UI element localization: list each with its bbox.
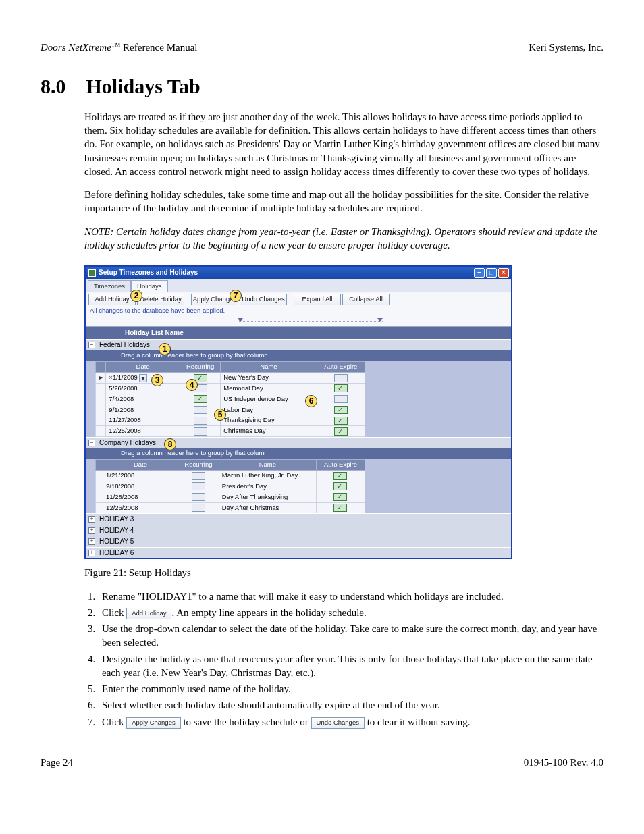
brand-tm: TM	[111, 41, 121, 48]
checkbox-on-icon[interactable]	[333, 493, 347, 501]
col-recurring[interactable]: Recurring	[180, 362, 220, 373]
step-2: Click Add Holiday. An empty line appears…	[98, 606, 603, 619]
checkbox-on-icon[interactable]	[333, 504, 347, 512]
list-name: Federal Holidays	[98, 340, 150, 350]
doc-footer: Page 24 01945-100 Rev. 4.0	[41, 756, 603, 769]
col-name[interactable]: Name	[221, 362, 317, 373]
titlebar[interactable]: Setup Timezones and Holidays – □ ×	[86, 267, 511, 279]
list-header: Holiday List Name	[86, 327, 511, 339]
group-by-hint: Drag a column header here to group by th…	[86, 448, 511, 459]
checkbox-on-icon[interactable]	[333, 482, 347, 490]
list-row-h6[interactable]: +HOLIDAY 6	[86, 547, 511, 558]
list-name: HOLIDAY 5	[98, 537, 134, 546]
doc-revision: 01945-100 Rev. 4.0	[524, 756, 603, 769]
checkbox-off-icon[interactable]	[192, 493, 205, 501]
step-1: Rename "HOLIDAY1" to a name that will ma…	[98, 590, 603, 603]
callout-7: 7	[230, 290, 242, 302]
row-indicator-icon: ▸	[96, 373, 106, 384]
col-date[interactable]: Date	[103, 460, 178, 471]
collapse-icon[interactable]: –	[88, 440, 95, 446]
para-2: Before defining holiday schedules, take …	[84, 188, 603, 215]
brand-name: Doors NetXtreme	[41, 42, 111, 53]
table-row[interactable]: 5/26/2008Memorial Day	[96, 383, 365, 394]
step-5: Enter the commonly used name of the holi…	[98, 682, 603, 696]
toolbar: Add Holiday Delete Holiday Apply Changes…	[86, 292, 511, 305]
table-row[interactable]: 1/21/2008Martin Luther King, Jr. Day	[96, 471, 365, 481]
col-recurring[interactable]: Recurring	[178, 460, 219, 471]
expand-icon[interactable]: +	[88, 538, 95, 545]
callout-4: 4	[186, 379, 198, 391]
table-row[interactable]: 12/26/2008Day After Christmas	[96, 502, 365, 513]
expand-icon[interactable]: +	[88, 516, 95, 523]
list-row-h3[interactable]: +HOLIDAY 3	[86, 513, 511, 525]
page-number: Page 24	[41, 756, 73, 769]
col-auto-expire[interactable]: Auto Expire	[316, 460, 365, 471]
table-row[interactable]: ▸ ×1/1/2009 New Year's Day	[96, 373, 365, 384]
undo-changes-button[interactable]: Undo Changes	[240, 294, 287, 305]
note-para: NOTE: Certain holiday dates change from …	[84, 225, 603, 253]
date-cell[interactable]: ×1/1/2009	[106, 373, 180, 384]
collapse-all-button[interactable]: Collapse All	[342, 294, 390, 305]
grid-area: Holiday List Name – Federal Holidays Dra…	[86, 326, 511, 558]
table-row[interactable]: 12/25/2008Christmas Day	[96, 426, 365, 437]
checkbox-on-icon[interactable]	[194, 395, 207, 403]
checkbox-off-icon[interactable]	[194, 427, 207, 436]
expire-cell[interactable]	[317, 373, 365, 384]
maximize-button[interactable]: □	[486, 268, 497, 278]
expand-icon[interactable]: +	[88, 550, 95, 556]
table-row[interactable]: 9/1/2008Labor Day	[96, 405, 365, 415]
checkbox-on-icon[interactable]	[334, 427, 348, 436]
doc-kind: Reference Manual	[120, 42, 197, 53]
checkbox-off-icon[interactable]	[194, 406, 207, 414]
para-1: Holidays are treated as if they are just…	[84, 110, 603, 178]
status-message: All changes to the database have been ap…	[86, 305, 511, 317]
checkbox-off-icon[interactable]	[194, 417, 207, 425]
list-row-company[interactable]: – Company Holidays	[86, 437, 511, 448]
table-row[interactable]: 11/28/2008Day After Thanksgiving	[96, 492, 365, 502]
col-date[interactable]: Date	[106, 362, 180, 373]
section-title: Holidays Tab	[86, 73, 200, 101]
holiday-table-federal: Date Recurring Name Auto Expire ▸ ×1/1/2…	[95, 361, 365, 437]
checkbox-off-icon[interactable]	[192, 472, 205, 480]
table-row[interactable]: 7/4/2008US Independence Day	[96, 394, 365, 405]
delete-holiday-button[interactable]: Delete Holiday	[137, 294, 184, 305]
checkbox-on-icon[interactable]	[334, 384, 348, 392]
close-button[interactable]: ×	[498, 268, 509, 278]
add-holiday-button[interactable]: Add Holiday	[88, 294, 136, 305]
checkbox-off-icon[interactable]	[334, 374, 348, 382]
group-by-hint: Drag a column header here to group by th…	[86, 350, 511, 361]
checkbox-off-icon[interactable]	[192, 504, 205, 512]
date-dropdown-icon[interactable]	[139, 374, 147, 382]
table-row[interactable]: 11/27/2008Thanksgiving Day	[96, 415, 365, 426]
expand-icon[interactable]: +	[88, 527, 95, 534]
col-name[interactable]: Name	[219, 460, 316, 471]
callout-8: 8	[164, 438, 176, 450]
inline-apply-changes-button[interactable]: Apply Changes	[126, 717, 180, 729]
expand-all-button[interactable]: Expand All	[294, 294, 341, 305]
list-name: HOLIDAY 4	[98, 526, 134, 536]
table-row[interactable]: 2/18/2008President's Day	[96, 481, 365, 492]
list-name: HOLIDAY 3	[98, 515, 134, 524]
callout-6: 6	[305, 395, 317, 407]
checkbox-on-icon[interactable]	[333, 472, 347, 480]
step-3: Use the drop-down calendar to select the…	[98, 622, 603, 650]
doc-header: Doors NetXtremeTM Reference Manual Keri …	[41, 41, 603, 54]
section-number: 8.0	[41, 73, 66, 101]
checkbox-on-icon[interactable]	[334, 406, 348, 414]
name-cell[interactable]: New Year's Day	[221, 373, 317, 384]
list-name: HOLIDAY 6	[98, 548, 134, 558]
checkbox-off-icon[interactable]	[192, 482, 205, 490]
splitter-strip[interactable]	[86, 317, 511, 326]
list-row-h5[interactable]: +HOLIDAY 5	[86, 536, 511, 547]
checkbox-on-icon[interactable]	[334, 417, 348, 425]
checkbox-off-icon[interactable]	[334, 395, 348, 403]
step-4: Designate the holiday as one that reoccu…	[98, 652, 603, 680]
collapse-icon[interactable]: –	[88, 342, 95, 348]
list-row-federal[interactable]: – Federal Holidays	[86, 339, 511, 350]
tab-timezones[interactable]: Timezones	[88, 280, 131, 292]
inline-undo-changes-button[interactable]: Undo Changes	[311, 717, 365, 729]
minimize-button[interactable]: –	[474, 268, 485, 278]
inline-add-holiday-button[interactable]: Add Holiday	[126, 608, 171, 619]
col-auto-expire[interactable]: Auto Expire	[317, 362, 365, 373]
list-row-h4[interactable]: +HOLIDAY 4	[86, 525, 511, 536]
